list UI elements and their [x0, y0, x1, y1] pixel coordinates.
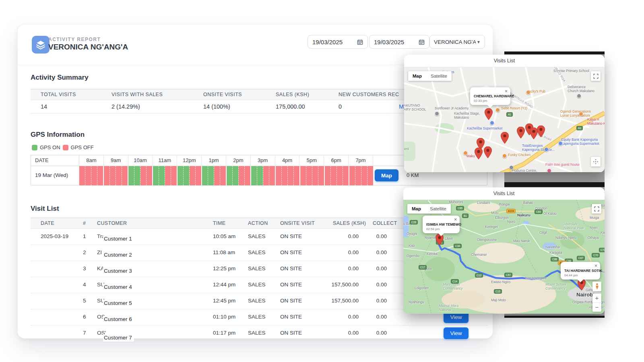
gps-on-segment [159, 166, 165, 185]
map-label: Maji Moto [491, 298, 506, 302]
map-label: Nairobi [576, 292, 594, 298]
pan-arrows-icon[interactable] [591, 157, 601, 167]
close-icon[interactable]: × [505, 88, 508, 94]
visit-time: 01:10 pm [213, 314, 235, 320]
poi-icon [509, 165, 514, 170]
gps-off-segment [165, 166, 171, 185]
pegman-icon[interactable] [592, 282, 601, 291]
map-pin[interactable] [475, 148, 483, 159]
gps-off-segment [91, 166, 97, 185]
map-label: Huduma Centre, West Pokot County [512, 169, 541, 172]
map-label: Nyahungu [409, 300, 424, 304]
visit-sales: 0.00 [312, 249, 359, 255]
poi-icon [577, 94, 581, 98]
visit-collected: 0.00 [357, 298, 387, 304]
summary-column-header: VISITS WITH SALES [111, 92, 163, 97]
view-button[interactable]: View [444, 327, 469, 339]
visit-time: 12:25 pm [213, 265, 235, 272]
gps-hour-label: 11am [153, 155, 177, 166]
map-type-map-button[interactable]: Map [407, 204, 425, 214]
gps-off-segment [312, 166, 318, 185]
gps-on-segment [202, 166, 208, 185]
visit-time: 10:05 am [213, 233, 235, 239]
gps-off-segment [331, 166, 337, 185]
activity-summary-title: Activity Summary [31, 74, 89, 82]
poi-icon [547, 169, 551, 172]
road-shield: C15 [494, 289, 502, 294]
visit-collected: 0.00 [357, 265, 387, 272]
map-label: Maasai Mara National [439, 304, 458, 312]
visit-column-header: TIME [213, 220, 225, 226]
map-pin[interactable] [537, 125, 545, 137]
report-type-label: ACTIVITY REPORT [48, 37, 101, 42]
map-pin[interactable] [501, 132, 509, 144]
gps-off-segment [79, 166, 85, 185]
poi-icon [544, 147, 549, 152]
map-type-satellite-button[interactable]: Satellite [426, 71, 452, 81]
map-label: Aberdare National Park [564, 222, 584, 230]
map-type-map-button[interactable]: Map [408, 71, 426, 81]
date-from-input[interactable]: 19/03/2025 [308, 35, 368, 49]
map-label: Mara North Conservancy [443, 282, 463, 290]
gps-off-segment [325, 166, 331, 185]
gps-off-segment [190, 166, 196, 185]
map-type-satellite-button[interactable]: Satellite [425, 204, 451, 214]
map-pin[interactable] [517, 127, 525, 138]
zoom-out-button[interactable]: − [592, 303, 601, 312]
calendar-icon [419, 39, 425, 45]
visit-sales: 0.00 [312, 330, 359, 336]
zoom-in-button[interactable]: + [592, 294, 601, 303]
map-label: Deliverance Church Makutano [568, 85, 594, 93]
map-pin[interactable] [530, 128, 538, 139]
map-pin[interactable] [484, 146, 492, 158]
gps-map-button[interactable]: Map [375, 169, 398, 181]
terrain-map[interactable]: Map Satellite + − MuhoroniLondianiRongai… [403, 200, 605, 314]
map-label: Muhoroni [449, 200, 463, 204]
gps-hour-label: 1pm [202, 155, 226, 166]
summary-column-header: SALES (KSH) [276, 92, 309, 97]
visit-customer-label: Customer 2 [103, 251, 134, 259]
visit-onsite: ON SITE [280, 265, 302, 272]
user-filter-dropdown[interactable]: VERONICA NG'AN ▼ [429, 35, 485, 49]
map-label: Kisii [409, 244, 415, 248]
map-label: ent [404, 147, 409, 151]
street-map[interactable]: Map Satellite yati storesSunrise Primary… [404, 67, 605, 172]
fullscreen-icon[interactable] [592, 204, 601, 214]
road-shield: A1 [506, 112, 513, 117]
visit-customer-label: Customer 3 [103, 267, 134, 275]
map-label: Maku [466, 154, 475, 158]
date-to-input[interactable]: 19/03/2025 [369, 35, 429, 49]
gps-off-segment [269, 166, 276, 185]
summary-column-header: ONSITE VISITS [203, 92, 242, 97]
legend-label: GPS ON [40, 144, 60, 150]
map-label: Lolgorien [415, 286, 429, 290]
map-label: Ogendi Generations Lunar Lunya Tailors [560, 109, 591, 117]
gps-off-segment [239, 166, 245, 185]
visit-customer-label: Customer 1 [103, 235, 134, 243]
close-icon[interactable]: × [454, 217, 457, 222]
visit-collected: 0.00 [357, 330, 387, 336]
map-label: Nyeri [590, 226, 598, 230]
map-label: Litein [445, 237, 453, 241]
close-icon[interactable]: × [594, 263, 597, 269]
gps-on-segment [208, 166, 214, 185]
visit-number: 3 [83, 265, 86, 272]
gps-off-segment [367, 166, 373, 185]
poi-icon [579, 112, 583, 116]
gps-on-segment [134, 166, 140, 185]
gps-off-segment [318, 166, 325, 185]
visit-column-header: # [83, 220, 86, 226]
summary-value: 14 (100%) [203, 103, 230, 110]
map-label: Nairagiengare [525, 276, 547, 280]
fullscreen-icon[interactable] [591, 71, 601, 81]
map-label: Palm tree guest house [545, 162, 580, 167]
map-pin[interactable] [485, 108, 493, 120]
visit-action: SALES [248, 233, 266, 239]
gps-off-segment [104, 166, 110, 185]
gps-off-segment [288, 166, 294, 185]
visit-column-header: CUSTOMER [97, 220, 127, 226]
legend-label: GPS OFF [71, 144, 94, 150]
map-label: Nakuru [517, 213, 530, 217]
gps-off-segment [294, 166, 300, 185]
gps-off-segment [97, 166, 104, 185]
